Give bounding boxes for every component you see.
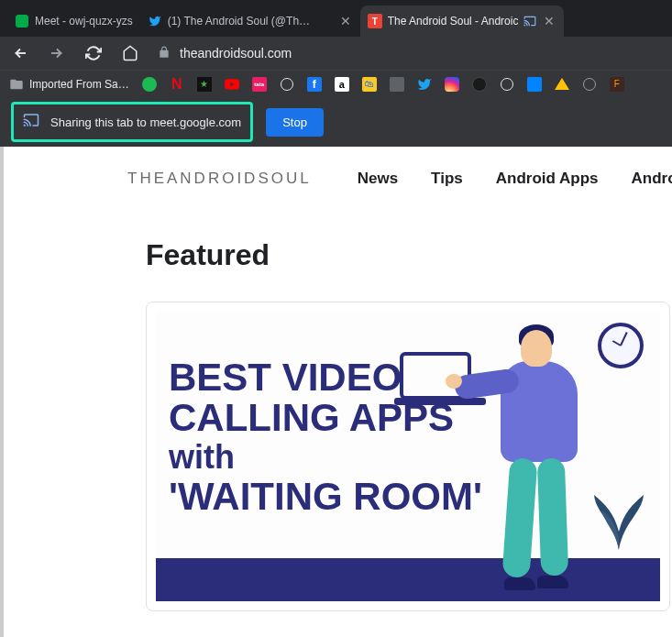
- cast-icon: [23, 112, 39, 132]
- bookmark-label: Imported From Sa…: [29, 78, 129, 91]
- back-button[interactable]: [7, 40, 33, 66]
- bookmark-brown-icon[interactable]: F: [610, 77, 624, 92]
- address-bar[interactable]: theandroidsoul.com: [154, 40, 665, 66]
- bookmark-hotstar-icon[interactable]: ★: [197, 77, 212, 92]
- tab-twitter[interactable]: (1) The Android Soul (@TheAn ✕: [140, 5, 360, 37]
- browser-toolbar: theandroidsoul.com: [0, 37, 672, 70]
- nav-android[interactable]: Android: [632, 170, 673, 188]
- bookmark-gray-icon[interactable]: [390, 77, 404, 92]
- stop-sharing-button[interactable]: Stop: [266, 108, 324, 137]
- featured-card[interactable]: BEST VIDEO CALLING APPS with 'WAITING RO…: [146, 302, 670, 611]
- cast-indicator-icon: [523, 15, 536, 27]
- bookmark-facebook-icon[interactable]: f: [307, 77, 322, 92]
- bookmark-flipkart-icon[interactable]: 🛍: [362, 77, 377, 92]
- site-logo[interactable]: THEANDROIDSOUL: [127, 170, 312, 188]
- tab-strip: Meet - owj-quzx-yzs (1) The Android Soul…: [0, 0, 672, 37]
- bookmark-circle-icon[interactable]: [582, 77, 597, 92]
- bookmark-globe2-icon[interactable]: [500, 77, 514, 92]
- card-illustration: BEST VIDEO CALLING APPS with 'WAITING RO…: [156, 312, 660, 601]
- tab-androidsoul[interactable]: T The Android Soul - Androic ✕: [360, 5, 565, 37]
- sharing-text: Sharing this tab to meet.google.com: [50, 115, 241, 129]
- bookmark-blue-icon[interactable]: [527, 77, 542, 92]
- plant-icon: [587, 458, 651, 559]
- headline-line1: BEST VIDEO: [169, 357, 482, 398]
- home-button[interactable]: [117, 40, 143, 66]
- bookmarks-bar: Imported From Sa… N ★ tata f a 🛍 F: [0, 70, 672, 97]
- nav-tips[interactable]: Tips: [431, 170, 463, 188]
- nav-android-apps[interactable]: Android Apps: [496, 170, 599, 188]
- page-content: THEANDROIDSOUL News Tips Android Apps An…: [4, 147, 672, 637]
- headline-line4: 'WAITING ROOM': [169, 477, 482, 517]
- url-text: theandroidsoul.com: [180, 46, 292, 60]
- recording-indicator: [320, 15, 333, 27]
- site-icon: T: [368, 14, 382, 28]
- page-viewport: THEANDROIDSOUL News Tips Android Apps An…: [0, 147, 672, 637]
- folder-icon: [9, 77, 24, 92]
- bookmark-instagram-icon[interactable]: [445, 77, 459, 92]
- headline-line2: CALLING APPS: [169, 398, 482, 438]
- twitter-icon: [148, 14, 162, 28]
- tab-label: Meet - owj-quzx-yzs: [35, 15, 133, 27]
- main-content: Featured: [4, 211, 672, 611]
- sharing-highlight: Sharing this tab to meet.google.com: [11, 102, 253, 142]
- bookmark-folder[interactable]: Imported From Sa…: [9, 77, 129, 92]
- card-headline: BEST VIDEO CALLING APPS with 'WAITING RO…: [169, 357, 482, 517]
- featured-heading: Featured: [146, 238, 672, 272]
- lock-icon: [158, 46, 171, 61]
- nav-news[interactable]: News: [358, 170, 398, 188]
- close-icon[interactable]: ✕: [542, 15, 556, 27]
- close-icon[interactable]: ✕: [338, 15, 353, 27]
- clock-icon: [598, 323, 644, 368]
- bookmark-spotify-icon[interactable]: [142, 77, 157, 92]
- headline-line3: with: [169, 438, 482, 476]
- sharing-infobar: Sharing this tab to meet.google.com Stop: [0, 97, 672, 147]
- bookmark-twitter-icon[interactable]: [417, 77, 432, 92]
- bookmark-amazon-icon[interactable]: a: [335, 77, 349, 92]
- meet-icon: [15, 14, 29, 28]
- reload-button[interactable]: [81, 40, 106, 66]
- site-header: THEANDROIDSOUL News Tips Android Apps An…: [4, 147, 672, 211]
- tab-label: (1) The Android Soul (@TheAn: [168, 15, 314, 27]
- tab-label: The Android Soul - Androic: [388, 15, 519, 27]
- bookmark-youtube-icon[interactable]: [225, 77, 239, 92]
- bookmark-globe-icon[interactable]: [280, 77, 294, 92]
- bookmark-drive-icon[interactable]: [555, 77, 569, 92]
- forward-button[interactable]: [44, 40, 70, 66]
- tab-meet[interactable]: Meet - owj-quzx-yzs: [7, 5, 140, 37]
- site-nav: News Tips Android Apps Android: [358, 170, 672, 188]
- bookmark-dark-icon[interactable]: [472, 77, 487, 92]
- bookmark-netflix-icon[interactable]: N: [170, 77, 184, 92]
- bookmark-tatasky-icon[interactable]: tata: [252, 77, 267, 92]
